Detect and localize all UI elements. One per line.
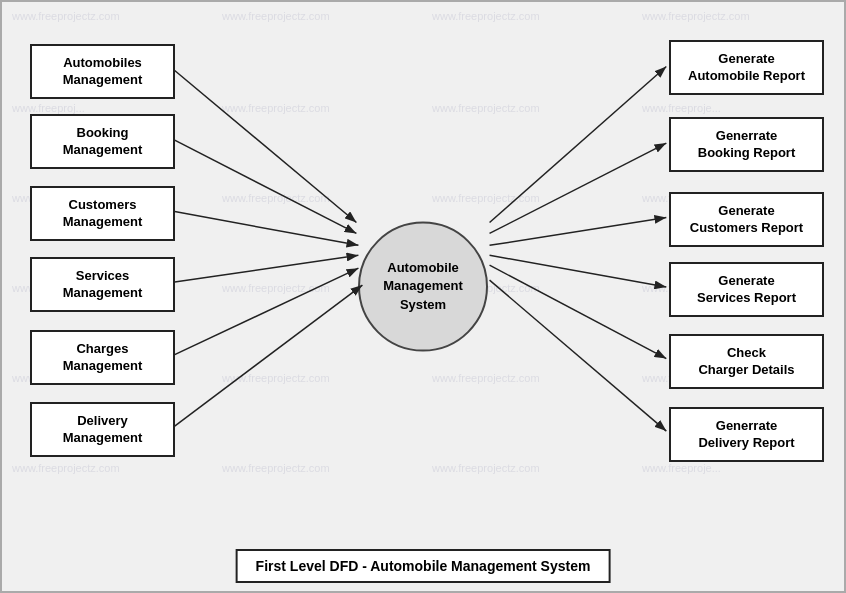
center-label: AutomobileManagementSystem <box>383 259 462 314</box>
svg-line-12 <box>490 280 667 431</box>
svg-line-2 <box>175 140 357 233</box>
svg-line-11 <box>490 265 667 358</box>
generate-automobile-report-label: GenerateAutomobile Report <box>688 51 805 85</box>
services-management-label: ServicesManagement <box>63 268 142 302</box>
generate-delivery-report-label: GenerrateDelivery Report <box>698 418 794 452</box>
caption-box: First Level DFD - Automobile Management … <box>236 549 611 583</box>
charges-management-label: ChargesManagement <box>63 341 142 375</box>
generate-delivery-report-box: GenerrateDelivery Report <box>669 407 824 462</box>
delivery-management-label: DeliveryManagement <box>63 413 142 447</box>
watermark-1: www.freeprojectz.com <box>12 10 120 22</box>
svg-line-6 <box>175 285 363 426</box>
watermark-7: www.freeprojectz.com <box>432 102 540 114</box>
customers-management-label: CustomersManagement <box>63 197 142 231</box>
watermark-8: www.freeproje... <box>642 102 721 114</box>
generate-customers-report-label: GenerateCustomers Report <box>690 203 803 237</box>
automobiles-management-label: AutomobilesManagement <box>63 55 142 89</box>
svg-line-5 <box>175 268 359 354</box>
svg-line-7 <box>490 67 667 223</box>
watermark-4: www.freeprojectz.com <box>642 10 750 22</box>
customers-management-box: CustomersManagement <box>30 186 175 241</box>
watermark-6: www.freeprojectz.com <box>222 102 330 114</box>
watermark-2: www.freeprojectz.com <box>222 10 330 22</box>
svg-line-4 <box>175 255 359 282</box>
watermark-11: www.freeprojectz.com <box>432 192 540 204</box>
svg-line-1 <box>175 71 357 223</box>
check-charger-details-box: CheckCharger Details <box>669 334 824 389</box>
main-container: www.freeprojectz.com www.freeprojectz.co… <box>0 0 846 593</box>
center-circle: AutomobileManagementSystem <box>358 221 488 351</box>
watermark-22: www.freeprojectz.com <box>222 462 330 474</box>
watermark-5: www.freeproj... <box>12 102 85 114</box>
services-management-box: ServicesManagement <box>30 257 175 312</box>
charges-management-box: ChargesManagement <box>30 330 175 385</box>
automobiles-management-box: AutomobilesManagement <box>30 44 175 99</box>
watermark-14: www.freeprojectz.com <box>222 282 330 294</box>
delivery-management-box: DeliveryManagement <box>30 402 175 457</box>
watermark-18: www.freeprojectz.com <box>222 372 330 384</box>
generate-customers-report-box: GenerateCustomers Report <box>669 192 824 247</box>
watermark-19: www.freeprojectz.com <box>432 372 540 384</box>
svg-line-8 <box>490 143 667 233</box>
generate-services-report-box: GenerateServices Report <box>669 262 824 317</box>
booking-management-label: BookingManagement <box>63 125 142 159</box>
watermark-3: www.freeprojectz.com <box>432 10 540 22</box>
watermark-21: www.freeprojectz.com <box>12 462 120 474</box>
generate-booking-report-label: GenerrateBooking Report <box>698 128 796 162</box>
svg-line-10 <box>490 255 667 287</box>
check-charger-details-label: CheckCharger Details <box>698 345 794 379</box>
caption-text: First Level DFD - Automobile Management … <box>256 558 591 574</box>
svg-line-9 <box>490 218 667 246</box>
watermark-24: www.freeproje... <box>642 462 721 474</box>
generate-services-report-label: GenerateServices Report <box>697 273 796 307</box>
generate-booking-report-box: GenerrateBooking Report <box>669 117 824 172</box>
booking-management-box: BookingManagement <box>30 114 175 169</box>
watermark-10: www.freeprojectz.com <box>222 192 330 204</box>
svg-line-3 <box>175 212 359 246</box>
watermark-23: www.freeprojectz.com <box>432 462 540 474</box>
generate-automobile-report-box: GenerateAutomobile Report <box>669 40 824 95</box>
